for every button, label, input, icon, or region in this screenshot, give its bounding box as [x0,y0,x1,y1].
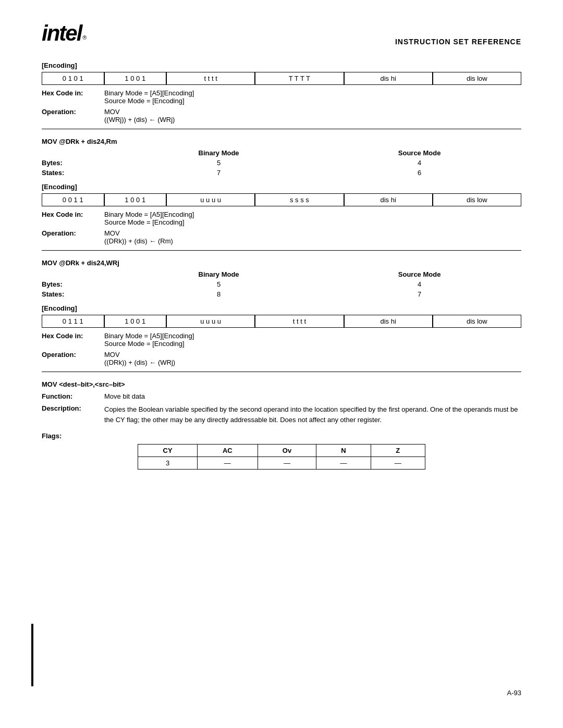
flags-header-ac: AC [198,445,258,457]
flags-val-z: — [371,457,425,470]
first-encoding-block: [Encoding] 0 1 0 1 1 0 0 1 t t t t T T T… [42,61,521,124]
operation-label-2: Operation: [42,229,104,245]
hex-code-label-2: Hex Code in: [42,211,104,226]
enc-cell-0-1: 1 0 0 1 [104,72,167,85]
binary-mode-header-3: Binary Mode [120,269,317,279]
enc-cell-3-4: dis hi [344,315,433,328]
bytes-source-2: 4 [317,158,521,168]
function-row: Function: Move bit data [42,392,521,400]
states-label-3: States: [42,289,120,299]
enc-cell-3-5: dis low [433,315,521,328]
description-label: Description: [42,404,104,412]
flags-header-ov: Ov [258,445,316,457]
enc-cell-2-1: 1 0 0 1 [104,193,167,206]
bytes-label-2: Bytes: [42,158,120,168]
page-header: intel ® INSTRUCTION SET REFERENCE [42,21,521,46]
instruction-heading-3: MOV @DRk + dis24,WRj [42,256,521,267]
bytes-binary-2: 5 [120,158,317,168]
enc-cell-3-2: u u u u [166,315,255,328]
page-footer: A-93 [507,689,521,697]
hex-code-row-3: Hex Code in: Binary Mode = [A5][Encoding… [42,332,521,348]
intel-logo: intel ® [42,21,85,46]
states-binary-3: 8 [120,289,317,299]
hex-code-value-0: Binary Mode = [A5][Encoding] Source Mode… [104,89,521,105]
enc-cell-2-3: s s s s [255,193,344,206]
divider-1 [42,129,521,129]
function-label: Function: [42,392,104,400]
operation-row-0: Operation: MOV ((WRj)) + (dis) ← (WRj) [42,108,521,124]
logo-text: intel [42,21,81,46]
instruction-heading-2: MOV @DRk + dis24,Rm [42,134,521,145]
flags-header-cy: CY [138,445,198,457]
enc-cell-0-4: dis hi [344,72,433,85]
description-row: Description: Copies the Boolean variable… [42,404,521,425]
enc-cell-2-2: u u u u [166,193,255,206]
enc-cell-3-3: t t t t [255,315,344,328]
flags-section: Flags: CY AC Ov N Z 3 — — — — [42,432,521,470]
page-title: INSTRUCTION SET REFERENCE [395,38,521,46]
encoding-table-0: 0 1 0 1 1 0 0 1 t t t t T T T T dis hi d… [42,72,521,85]
flags-val-n: — [316,457,371,470]
encoding-label-3: [Encoding] [42,304,521,312]
hex-code-value-2: Binary Mode = [A5][Encoding] Source Mode… [104,211,521,226]
mode-table-empty-header [42,148,120,158]
states-binary-2: 7 [120,168,317,178]
divider-3 [42,372,521,372]
encoding-label-0: [Encoding] [42,61,521,69]
flags-val-ov: — [258,457,316,470]
binary-mode-header-2: Binary Mode [120,148,317,158]
encoding-table-3: 0 1 1 1 1 0 0 1 u u u u t t t t dis hi d… [42,315,521,328]
instruction-heading-4: MOV <dest–bit>,<src–bit> [42,377,521,388]
encoding-label-2: [Encoding] [42,183,521,191]
divider-2 [42,250,521,251]
operation-label-3: Operation: [42,351,104,366]
enc-cell-3-1: 1 0 0 1 [104,315,167,328]
function-value: Move bit data [104,392,521,400]
hex-code-row-0: Hex Code in: Binary Mode = [A5][Encoding… [42,89,521,105]
enc-cell-0-0: 0 1 0 1 [42,72,104,85]
hex-code-value-3: Binary Mode = [A5][Encoding] Source Mode… [104,332,521,348]
operation-label-0: Operation: [42,108,104,124]
logo-registered: ® [82,34,87,41]
enc-cell-2-0: 0 0 1 1 [42,193,104,206]
hex-code-row-2: Hex Code in: Binary Mode = [A5][Encoding… [42,211,521,226]
source-mode-header-2: Source Mode [317,148,521,158]
bytes-source-3: 4 [317,279,521,289]
flags-label: Flags: [42,432,521,440]
encoding-table-2: 0 0 1 1 1 0 0 1 u u u u s s s s dis hi d… [42,193,521,206]
section-mov-drk-rm: MOV @DRk + dis24,Rm Binary Mode Source M… [42,134,521,245]
section-mov-drk-wrj: MOV @DRk + dis24,WRj Binary Mode Source … [42,256,521,366]
left-bar-decoration [31,624,33,686]
description-value: Copies the Boolean variable specified by… [104,404,521,425]
states-label-2: States: [42,168,120,178]
enc-cell-0-5: dis low [433,72,521,85]
flags-header-z: Z [371,445,425,457]
enc-cell-2-4: dis hi [344,193,433,206]
enc-cell-3-0: 0 1 1 1 [42,315,104,328]
hex-source-mode-0: Source Mode = [Encoding] [104,97,185,105]
flags-val-cy: 3 [138,457,198,470]
mode-table-empty-header-3 [42,269,120,279]
operation-row-2: Operation: MOV ((DRk)) + (dis) ← (Rm) [42,229,521,245]
states-source-3: 7 [317,289,521,299]
source-mode-header-3: Source Mode [317,269,521,279]
states-source-2: 6 [317,168,521,178]
flags-val-ac: — [198,457,258,470]
enc-cell-2-5: dis low [433,193,521,206]
mode-table-2: Binary Mode Source Mode Bytes: 5 4 State… [42,148,521,178]
hex-code-label-0: Hex Code in: [42,89,104,105]
operation-row-3: Operation: MOV ((DRk)) + (dis) ← (WRj) [42,351,521,366]
bytes-binary-3: 5 [120,279,317,289]
hex-binary-mode-0: Binary Mode = [A5][Encoding] [104,89,194,97]
operation-value-3: MOV ((DRk)) + (dis) ← (WRj) [104,351,521,366]
mode-table-3: Binary Mode Source Mode Bytes: 5 4 State… [42,269,521,299]
enc-cell-0-3: T T T T [255,72,344,85]
hex-code-label-3: Hex Code in: [42,332,104,348]
operation-value-2: MOV ((DRk)) + (dis) ← (Rm) [104,229,521,245]
operation-value-0: MOV ((WRj)) + (dis) ← (WRj) [104,108,521,124]
bytes-label-3: Bytes: [42,279,120,289]
flags-header-n: N [316,445,371,457]
section-mov-bit: MOV <dest–bit>,<src–bit> Function: Move … [42,377,521,470]
enc-cell-0-2: t t t t [166,72,255,85]
flags-table: CY AC Ov N Z 3 — — — — [138,444,425,470]
